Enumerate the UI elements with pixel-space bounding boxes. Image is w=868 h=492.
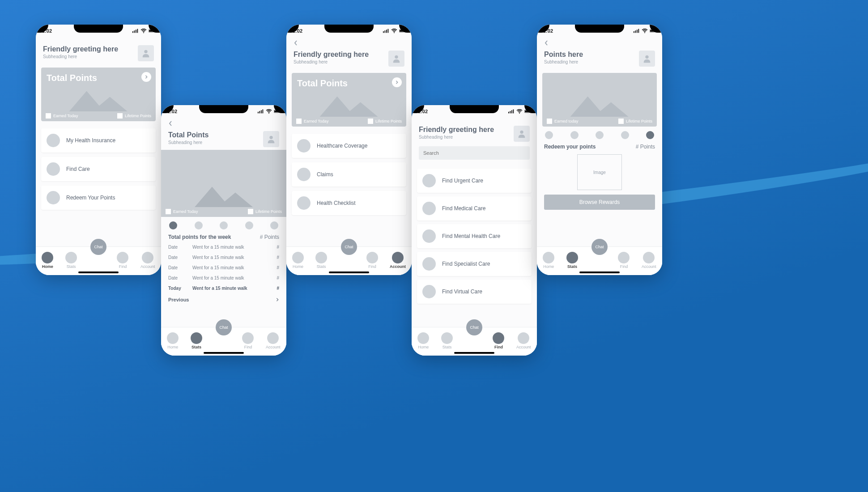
svg-rect-3 xyxy=(137,29,138,33)
chat-button[interactable]: Chat xyxy=(466,319,482,335)
tab-find[interactable]: Find xyxy=(242,332,254,349)
nav-find-care[interactable]: Find Care xyxy=(41,157,156,181)
period-dot[interactable] xyxy=(621,131,629,139)
avatar[interactable] xyxy=(388,51,404,67)
avatar[interactable] xyxy=(263,131,279,147)
nav-find-virtual-care[interactable]: Find Virtual Care xyxy=(417,280,532,304)
tab-account[interactable]: Account xyxy=(140,252,155,269)
points-hero-card[interactable]: Total Points Earned Today Lifetime Point… xyxy=(292,73,406,127)
status-indicators xyxy=(132,29,155,33)
chat-button[interactable]: Chat xyxy=(341,239,357,255)
image-placeholder xyxy=(292,93,406,117)
svg-rect-34 xyxy=(510,111,511,113)
signal-icon xyxy=(634,29,640,33)
svg-rect-35 xyxy=(511,110,512,113)
previous-button[interactable]: Previous xyxy=(161,293,286,306)
svg-rect-48 xyxy=(650,30,654,32)
back-button[interactable] xyxy=(161,118,286,128)
tab-home[interactable]: Home xyxy=(543,252,554,269)
svg-rect-23 xyxy=(385,30,386,33)
period-dot[interactable] xyxy=(270,221,278,229)
tab-stats[interactable]: Stats xyxy=(315,252,327,269)
chat-button[interactable]: Chat xyxy=(90,239,106,255)
avatar[interactable] xyxy=(514,126,530,142)
battery-icon xyxy=(650,29,656,33)
svg-point-4 xyxy=(143,32,144,33)
points-hero-card: Earned Today Lifetime Points xyxy=(161,150,286,217)
svg-rect-12 xyxy=(260,111,260,113)
period-dot[interactable] xyxy=(195,221,203,229)
period-dot[interactable] xyxy=(646,131,654,139)
nav-health-checklist[interactable]: Health Checklist xyxy=(292,191,406,215)
period-dot[interactable] xyxy=(596,131,604,139)
period-dot[interactable] xyxy=(545,131,553,139)
back-button[interactable] xyxy=(537,37,662,48)
tab-account[interactable]: Account xyxy=(516,332,531,349)
status-bar: 1:02 xyxy=(537,25,662,37)
phone-redeem: 1:02 Points here Subheading here Earned … xyxy=(537,25,662,275)
browse-rewards-button[interactable]: Browse Rewards xyxy=(544,195,655,210)
points-count: # Points xyxy=(260,234,279,240)
tab-home[interactable]: Home xyxy=(167,332,179,349)
tab-stats[interactable]: Stats xyxy=(191,332,202,349)
nav-redeem-points[interactable]: Redeem Your Points xyxy=(41,186,156,210)
tab-find[interactable]: Find xyxy=(493,332,504,349)
image-placeholder xyxy=(161,184,286,207)
chat-button[interactable]: Chat xyxy=(591,239,608,255)
nav-find-mental-health-care[interactable]: Find Mental Health Care xyxy=(417,224,532,248)
status-bar: 1:02 xyxy=(286,25,412,37)
svg-point-41 xyxy=(520,131,523,134)
hero-title: Total Points xyxy=(297,78,401,89)
period-dot[interactable] xyxy=(570,131,579,139)
nav-my-health-insurance[interactable]: My Health Insurance xyxy=(41,128,156,153)
tab-account[interactable]: Account xyxy=(266,332,281,349)
tab-find[interactable]: Find xyxy=(618,252,630,269)
hero-arrow[interactable] xyxy=(392,77,402,87)
tab-find[interactable]: Find xyxy=(117,252,128,269)
tab-stats[interactable]: Stats xyxy=(65,252,77,269)
tab-home[interactable]: Home xyxy=(417,332,429,349)
chat-button[interactable]: Chat xyxy=(216,319,232,335)
section-title: Redeem your points xyxy=(544,144,596,150)
period-dot[interactable] xyxy=(245,221,253,229)
wireframe-stage: 1:02 Friendly greeting here Subheading h… xyxy=(0,0,868,492)
tab-bar: Chat Home Stats Find Account xyxy=(537,246,662,275)
svg-rect-33 xyxy=(508,112,509,114)
svg-rect-39 xyxy=(525,110,528,112)
nav-find-medical-care[interactable]: Find Medical Care xyxy=(417,196,532,221)
lifetime-points-label: Lifetime Points xyxy=(626,119,652,123)
tab-bar: Chat Home Stats Find Account xyxy=(286,246,412,275)
back-button[interactable] xyxy=(286,37,412,48)
activity-log: DateWent for a 15 minute walk# DateWent … xyxy=(161,242,286,293)
wifi-icon xyxy=(642,29,648,33)
tab-home[interactable]: Home xyxy=(42,252,53,269)
svg-rect-1 xyxy=(134,30,135,33)
tab-account[interactable]: Account xyxy=(390,252,406,269)
status-time: 1:02 xyxy=(42,28,52,34)
wifi-icon xyxy=(391,29,397,33)
svg-rect-28 xyxy=(400,30,403,32)
greeting: Friendly greeting here xyxy=(294,51,369,59)
tab-bar: Chat Home Stats Find Account xyxy=(161,327,286,356)
period-dot[interactable] xyxy=(220,221,228,229)
status-time: 1:02 xyxy=(167,109,177,114)
period-dot[interactable] xyxy=(169,221,177,229)
signal-icon xyxy=(258,109,264,114)
nav-healthcare-coverage[interactable]: Healthcare Coverage xyxy=(292,134,406,158)
avatar[interactable] xyxy=(639,51,655,67)
search-input[interactable] xyxy=(419,146,530,160)
nav-find-urgent-care[interactable]: Find Urgent Care xyxy=(417,169,532,193)
hero-arrow[interactable] xyxy=(141,72,151,82)
tab-find[interactable]: Find xyxy=(366,252,378,269)
tab-stats[interactable]: Stats xyxy=(566,252,578,269)
nav-find-specialist-care[interactable]: Find Specialist Care xyxy=(417,252,532,276)
points-hero-card[interactable]: Total Points Earned Today Lifetime Point… xyxy=(41,68,156,121)
tab-account[interactable]: Account xyxy=(642,252,656,269)
nav-claims[interactable]: Claims xyxy=(292,162,406,187)
tab-home[interactable]: Home xyxy=(292,252,304,269)
tab-stats[interactable]: Stats xyxy=(441,332,453,349)
person-icon xyxy=(642,54,652,64)
avatar[interactable] xyxy=(138,45,154,61)
svg-rect-40 xyxy=(530,111,530,112)
lifetime-points-label: Lifetime Points xyxy=(375,119,402,123)
